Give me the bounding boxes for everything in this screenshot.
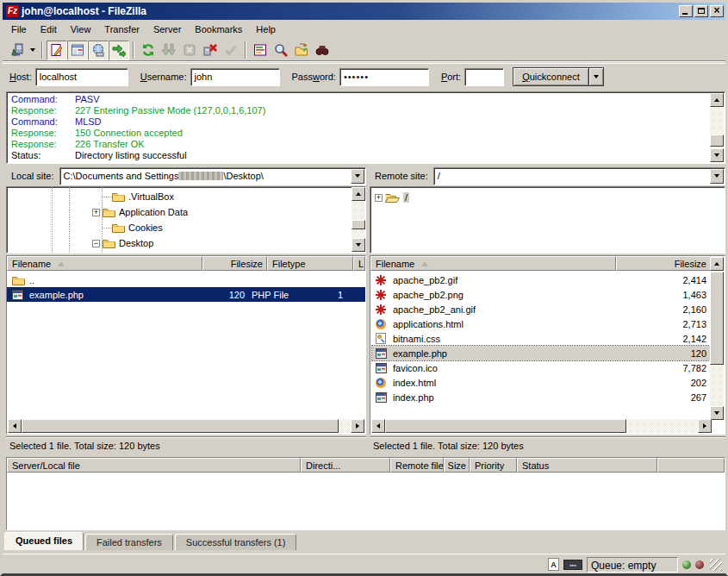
local-site-dropdown-button[interactable] — [351, 169, 364, 184]
collapse-icon[interactable]: − — [92, 240, 100, 247]
file-row[interactable]: favicon.ico 7,782 — [372, 360, 710, 375]
scroll-right-button[interactable] — [698, 419, 712, 433]
toggle-remote-tree-button[interactable] — [88, 41, 109, 60]
scroll-thumb[interactable] — [352, 220, 365, 229]
transfer-type-ascii-icon[interactable]: A — [548, 558, 559, 571]
synchronized-browsing-button[interactable] — [312, 41, 333, 60]
remote-list-hscrollbar[interactable] — [371, 419, 712, 433]
file-row[interactable]: apache_pb2.gif 2,414 — [372, 272, 710, 287]
cancel-transfer-button[interactable] — [179, 41, 200, 60]
scroll-thumb[interactable] — [710, 135, 724, 147]
column-header-direction[interactable]: Directi... — [301, 458, 390, 473]
file-row-selected[interactable]: example.php 120 — [372, 346, 710, 360]
file-row[interactable]: apache_pb2_ani.gif 2,160 — [372, 302, 710, 316]
file-row[interactable]: index.html 202 — [372, 375, 710, 390]
column-header-priority[interactable]: Priority — [470, 458, 517, 473]
title-bar[interactable]: Fz john@localhost - FileZilla × — [3, 3, 725, 20]
scroll-up-button[interactable] — [352, 187, 365, 201]
port-input[interactable] — [464, 68, 504, 86]
menu-server[interactable]: Server — [146, 22, 188, 36]
quickconnect-button[interactable]: Quickconnect — [513, 67, 589, 86]
local-site-combobox[interactable]: C:\Documents and Settings\Desktop\ — [59, 167, 366, 185]
find-files-button[interactable] — [271, 41, 291, 60]
log-scrollbar[interactable] — [710, 93, 724, 162]
compare-directories-button[interactable] — [291, 41, 312, 60]
process-queue-button[interactable] — [159, 41, 179, 60]
tree-item-application-data[interactable]: + Application Data — [92, 204, 188, 220]
column-header-status[interactable]: Status — [517, 458, 657, 473]
menu-view[interactable]: View — [64, 22, 98, 36]
column-header-remote-file[interactable]: Remote file — [390, 458, 444, 473]
tab-failed-transfers[interactable]: Failed transfers — [85, 534, 173, 550]
tree-item-desktop[interactable]: − Desktop — [92, 235, 153, 251]
minimize-button[interactable] — [679, 5, 693, 17]
menu-bookmarks[interactable]: Bookmarks — [188, 22, 249, 36]
site-manager-dropdown-button[interactable] — [27, 41, 38, 59]
tree-item-cookies[interactable]: Cookies — [102, 220, 163, 235]
file-row[interactable]: index.php 267 — [372, 390, 710, 404]
scroll-up-button[interactable] — [710, 257, 724, 271]
disconnect-icon — [203, 43, 217, 57]
remote-list-vscrollbar[interactable] — [710, 257, 724, 420]
file-row[interactable]: bitnami.css 2,142 — [372, 331, 710, 346]
column-header-server-local-file[interactable]: Server/Local file — [7, 458, 301, 473]
tree-item-root[interactable]: + / — [375, 190, 409, 205]
scroll-thumb[interactable] — [22, 419, 339, 433]
site-manager-icon — [9, 43, 24, 57]
site-manager-button[interactable] — [6, 41, 27, 60]
scroll-down-button[interactable] — [710, 148, 724, 162]
quickconnect-dropdown-button[interactable] — [589, 67, 604, 86]
menu-edit[interactable]: Edit — [34, 22, 64, 36]
menu-file[interactable]: File — [4, 22, 34, 36]
column-header-filetype[interactable]: Filetype — [267, 256, 353, 271]
username-input[interactable]: john — [190, 68, 280, 86]
toggle-local-tree-button[interactable] — [67, 41, 88, 60]
host-label: Host: — [9, 72, 32, 82]
maximize-button[interactable] — [694, 5, 708, 17]
scroll-left-button[interactable] — [8, 419, 22, 433]
speed-limit-icon[interactable]: ▪▪▪ — [563, 560, 582, 570]
chevron-down-icon — [714, 174, 719, 180]
local-tree-scrollbar[interactable] — [352, 187, 365, 252]
close-button[interactable]: × — [710, 5, 724, 17]
column-header-filename[interactable]: Filename — [7, 256, 202, 271]
expand-icon[interactable]: + — [375, 194, 383, 202]
scroll-up-button[interactable] — [710, 93, 724, 107]
close-icon: × — [711, 3, 723, 17]
file-size: 120 — [634, 348, 710, 359]
column-header-filename[interactable]: Filename — [370, 256, 616, 271]
column-header-filesize[interactable]: Filesize — [616, 256, 711, 271]
scroll-thumb[interactable] — [385, 419, 626, 433]
disconnect-button[interactable] — [200, 41, 221, 60]
scroll-thumb[interactable] — [710, 272, 724, 365]
toggle-queue-button[interactable] — [109, 41, 129, 60]
filter-button[interactable] — [250, 41, 271, 60]
scroll-right-button[interactable] — [351, 419, 364, 433]
column-header-filesize[interactable]: Filesize — [202, 256, 267, 271]
refresh-button[interactable] — [138, 41, 159, 60]
file-row-parent-dir[interactable]: .. — [7, 272, 365, 287]
scroll-left-button[interactable] — [371, 419, 385, 433]
tab-successful-transfers[interactable]: Successful transfers (1) — [175, 534, 297, 550]
menu-help[interactable]: Help — [249, 22, 283, 36]
remote-site-dropdown-button[interactable] — [710, 169, 724, 184]
column-header-size[interactable]: Size — [444, 458, 470, 473]
file-row[interactable]: apache_pb2.png 1,463 — [372, 287, 710, 302]
password-input[interactable]: •••••• — [339, 68, 429, 86]
expand-icon[interactable]: + — [92, 209, 100, 216]
file-size: 267 — [634, 392, 710, 403]
scroll-down-button[interactable] — [710, 406, 724, 420]
toggle-message-log-button[interactable] — [47, 41, 67, 60]
resize-grip[interactable] — [710, 559, 722, 571]
tree-item-virtualbox[interactable]: .VirtualBox — [102, 189, 174, 204]
abort-operation-button[interactable] — [221, 41, 241, 60]
scroll-down-button[interactable] — [352, 238, 365, 252]
tab-queued-files[interactable]: Queued files — [4, 532, 84, 550]
local-list-hscrollbar[interactable] — [8, 419, 364, 433]
file-row[interactable]: applications.html 2,713 — [372, 316, 710, 331]
file-row-example-php[interactable]: example.php 120 PHP File 1 — [7, 287, 365, 302]
remote-site-combobox[interactable]: / — [433, 167, 725, 185]
menu-transfer[interactable]: Transfer — [97, 22, 146, 36]
column-header-last-modified[interactable]: L — [353, 256, 365, 271]
host-input[interactable]: localhost — [35, 68, 128, 86]
